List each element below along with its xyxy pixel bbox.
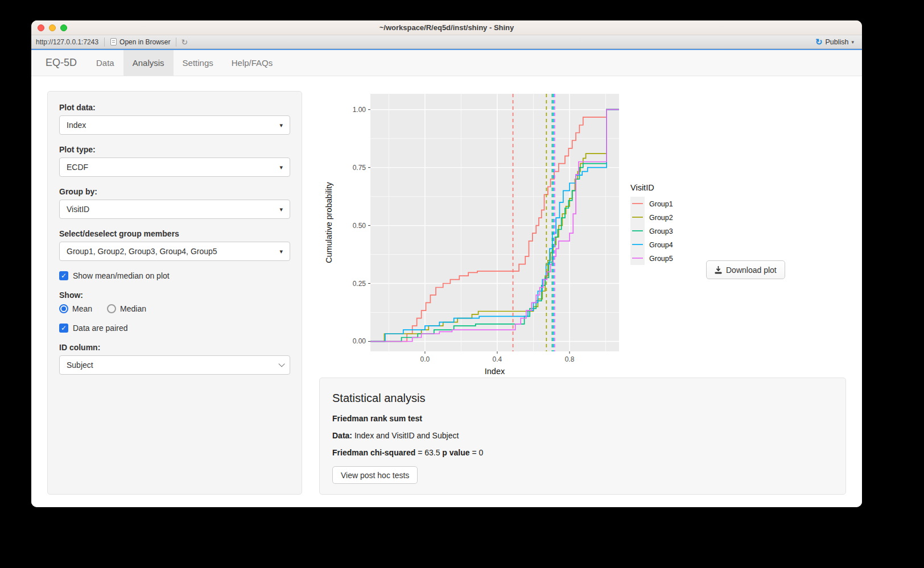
statistical-analysis-panel: Statistical analysis Friedman rank sum t… xyxy=(319,378,846,495)
analysis-page: Plot data: Index ▾ Plot type: ECDF ▾ Gro… xyxy=(31,76,862,507)
sidebar-panel: Plot data: Index ▾ Plot type: ECDF ▾ Gro… xyxy=(47,91,302,495)
plot-type-group: Plot type: ECDF ▾ xyxy=(59,145,290,177)
caret-down-icon: ▾ xyxy=(279,248,283,255)
publish-caret-icon: ▾ xyxy=(851,39,854,45)
paired-checkbox-row[interactable]: ✓ Data are paired xyxy=(59,324,290,333)
svg-text:0.4: 0.4 xyxy=(493,355,502,363)
radio-mean[interactable]: Mean xyxy=(59,304,92,313)
download-icon xyxy=(715,266,722,274)
svg-text:1.00: 1.00 xyxy=(353,106,366,114)
y-axis-title: Cumulative probability xyxy=(324,181,333,263)
group-members-value: Group1, Group2, Group3, Group4, Group5 xyxy=(67,247,279,256)
view-post-hoc-tests-button[interactable]: View post hoc tests xyxy=(332,466,418,484)
navbar: EQ-5D Data Analysis Settings Help/FAQs xyxy=(31,50,862,76)
main-content: 0.00.40.80.000.250.500.751.00IndexCumula… xyxy=(319,91,846,495)
legend: VisitIDGroup1Group2Group3Group4Group5 xyxy=(630,183,673,265)
stats-heading: Statistical analysis xyxy=(332,392,833,405)
radio-mean-label: Mean xyxy=(72,304,92,313)
stats-chi-line: Friedman chi-squared = 63.5 p value = 0 xyxy=(332,448,833,457)
group-members-select[interactable]: Group1, Group2, Group3, Group4, Group5 ▾ xyxy=(59,242,290,261)
svg-text:0.0: 0.0 xyxy=(420,355,430,363)
plot-type-label: Plot type: xyxy=(59,145,290,154)
legend-label-group5: Group5 xyxy=(649,255,673,263)
show-mean-checkbox-row[interactable]: ✓ Show mean/median on plot xyxy=(59,271,290,280)
svg-text:0.8: 0.8 xyxy=(565,355,575,363)
stats-p-value: = 0 xyxy=(470,448,484,457)
svg-text:0.50: 0.50 xyxy=(353,222,366,230)
radio-median-dot[interactable] xyxy=(107,304,116,313)
paired-checkbox[interactable]: ✓ xyxy=(59,324,68,333)
tab-analysis[interactable]: Analysis xyxy=(123,50,174,76)
legend-label-group1: Group1 xyxy=(649,200,673,208)
stats-chi-value: = 63.5 xyxy=(415,448,442,457)
legend-label-group3: Group3 xyxy=(649,227,673,235)
paired-checkbox-label: Data are paired xyxy=(73,324,128,333)
legend-label-group4: Group4 xyxy=(649,241,673,249)
group-by-value: VisitID xyxy=(67,205,279,214)
group-members-label: Select/deselect group members xyxy=(59,229,290,238)
id-column-value: Subject xyxy=(67,360,278,370)
show-label: Show: xyxy=(59,291,290,300)
caret-down-icon: ▾ xyxy=(279,206,283,213)
navbar-brand: EQ-5D xyxy=(31,50,87,76)
stats-p-label: p value xyxy=(442,448,469,457)
titlebar: ~/workspace/R/eq5d/inst/shiny - Shiny xyxy=(31,20,862,35)
ecdf-plot: 0.00.40.80.000.250.500.751.00IndexCumula… xyxy=(319,91,683,375)
show-mean-checkbox[interactable]: ✓ xyxy=(59,271,68,280)
group-by-select[interactable]: VisitID ▾ xyxy=(59,200,290,219)
group-by-group: Group by: VisitID ▾ xyxy=(59,187,290,219)
plot-data-group: Plot data: Index ▾ xyxy=(59,103,290,135)
radio-mean-dot[interactable] xyxy=(59,304,68,313)
refresh-icon[interactable]: ↻ xyxy=(176,38,192,47)
plot-data-value: Index xyxy=(67,121,279,130)
publish-icon: ↻ xyxy=(815,37,823,47)
legend-title: VisitID xyxy=(630,183,654,192)
plot-data-label: Plot data: xyxy=(59,103,290,112)
svg-text:0.75: 0.75 xyxy=(353,164,366,172)
publish-label: Publish xyxy=(825,38,848,46)
download-plot-button[interactable]: Download plot xyxy=(706,260,785,279)
caret-down-icon: ▾ xyxy=(279,164,283,171)
plot-row: 0.00.40.80.000.250.500.751.00IndexCumula… xyxy=(319,91,846,375)
stats-data-line: Data: Index and VisitID and Subject xyxy=(332,431,833,440)
url-text: http://127.0.0.1:7243 xyxy=(31,38,104,46)
publish-button[interactable]: ↻ Publish ▾ xyxy=(815,37,862,47)
tab-settings[interactable]: Settings xyxy=(174,50,222,76)
plot-type-value: ECDF xyxy=(67,163,279,172)
download-plot-label: Download plot xyxy=(726,266,777,275)
id-column-select[interactable]: Subject xyxy=(59,355,290,375)
show-mean-checkbox-label: Show mean/median on plot xyxy=(73,271,170,280)
svg-text:0.25: 0.25 xyxy=(353,280,366,288)
legend-label-group2: Group2 xyxy=(649,214,673,222)
rstudio-shiny-window: ~/workspace/R/eq5d/inst/shiny - Shiny ht… xyxy=(31,20,862,507)
group-by-label: Group by: xyxy=(59,187,290,196)
show-radio-row: Mean Median xyxy=(59,304,290,313)
stats-chi-label: Friedman chi-squared xyxy=(332,448,415,457)
x-axis-title: Index xyxy=(485,367,505,375)
group-members-group: Select/deselect group members Group1, Gr… xyxy=(59,229,290,261)
window-title: ~/workspace/R/eq5d/inst/shiny - Shiny xyxy=(31,23,862,32)
chevron-down-icon xyxy=(278,360,284,367)
svg-text:0.00: 0.00 xyxy=(353,337,366,345)
tab-help-faqs[interactable]: Help/FAQs xyxy=(222,50,282,76)
stats-data-value: Index and VisitID and Subject xyxy=(352,431,459,440)
caret-down-icon: ▾ xyxy=(279,122,283,129)
plot-panel xyxy=(370,94,619,351)
show-radio-group: Show: Mean Median xyxy=(59,291,290,313)
open-in-browser-button[interactable]: Open in Browser xyxy=(105,38,176,46)
stats-test-name: Friedman rank sum test xyxy=(332,414,422,423)
plot-data-select[interactable]: Index ▾ xyxy=(59,115,290,135)
open-in-browser-icon xyxy=(110,38,117,45)
radio-median-label: Median xyxy=(120,304,146,313)
tab-data[interactable]: Data xyxy=(87,50,123,76)
stats-data-label: Data: xyxy=(332,431,352,440)
id-column-label: ID column: xyxy=(59,343,290,352)
screenshot-stage: ~/workspace/R/eq5d/inst/shiny - Shiny ht… xyxy=(0,0,924,568)
open-in-browser-label: Open in Browser xyxy=(119,38,170,46)
viewer-toolbar: http://127.0.0.1:7243 Open in Browser ↻ … xyxy=(31,35,862,49)
id-column-group: ID column: Subject xyxy=(59,343,290,375)
radio-median[interactable]: Median xyxy=(107,304,146,313)
plot-type-select[interactable]: ECDF ▾ xyxy=(59,157,290,177)
